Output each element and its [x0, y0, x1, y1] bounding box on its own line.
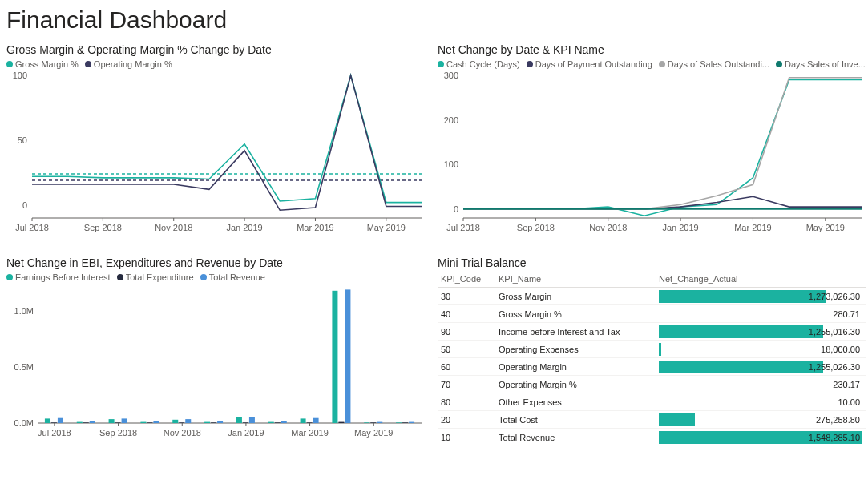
chart-ebi[interactable]: 0.0M0.5M1.0MJul 2018Sep 2018Nov 2018Jan … [6, 285, 426, 449]
mini-trial-balance-table[interactable]: KPI_Code KPI_Name Net_Change_Actual 30Gr… [438, 272, 866, 446]
legend-label: Total Revenue [209, 272, 265, 282]
svg-text:100: 100 [444, 159, 458, 169]
svg-rect-48 [140, 422, 146, 423]
cell-kpi-name: Operating Margin % [495, 376, 656, 393]
legend-item[interactable]: Days Sales of Inve... [776, 59, 866, 69]
svg-text:0.0M: 0.0M [14, 418, 34, 428]
cell-kpi-name: Operating Expenses [495, 341, 656, 358]
panel-title: Mini Trial Balance [438, 256, 866, 269]
svg-rect-61 [275, 422, 281, 423]
legend-label: Operating Margin % [94, 59, 172, 69]
svg-rect-72 [396, 422, 402, 423]
cell-kpi-name: Operating Margin [495, 358, 656, 376]
cell-net-change: 1,255,016.30 [656, 323, 866, 341]
cell-kpi-name: Other Expenses [495, 393, 656, 411]
legend-swatch [659, 61, 665, 67]
table-row[interactable]: 90Income before Interest and Tax1,255,01… [438, 323, 866, 341]
svg-rect-69 [364, 422, 369, 423]
col-kpi-code[interactable]: KPI_Code [438, 272, 495, 288]
chart-net-change-kpi[interactable]: 0100200300Jul 2018Sep 2018Nov 2018Jan 20… [438, 72, 866, 244]
table-row[interactable]: 30Gross Margin1,273,026.30 [438, 288, 866, 305]
cell-kpi-code: 60 [438, 358, 495, 376]
legend-item[interactable]: Gross Margin % [6, 59, 79, 69]
cell-net-change: 230.17 [656, 376, 866, 393]
col-kpi-name[interactable]: KPI_Name [495, 272, 656, 288]
col-net-change[interactable]: Net_Change_Actual [656, 272, 866, 288]
cell-kpi-name: Income before Interest and Tax [495, 323, 656, 341]
svg-text:Nov 2018: Nov 2018 [589, 223, 627, 232]
svg-rect-66 [332, 291, 337, 423]
svg-text:300: 300 [444, 72, 458, 80]
table-row[interactable]: 20Total Cost275,258.80 [438, 411, 866, 429]
svg-text:Sep 2018: Sep 2018 [517, 223, 555, 232]
svg-text:100: 100 [13, 72, 27, 80]
cell-kpi-code: 40 [438, 305, 495, 323]
cell-kpi-code: 10 [438, 429, 495, 446]
svg-rect-63 [301, 418, 306, 423]
table-row[interactable]: 60Operating Margin1,255,026.30 [438, 358, 866, 376]
svg-text:Nov 2018: Nov 2018 [164, 428, 201, 438]
panel-title: Gross Margin & Operating Margin % Change… [6, 43, 426, 56]
svg-rect-62 [281, 421, 287, 423]
legend-label: Days of Payment Outstanding [535, 59, 652, 69]
legend-swatch [776, 61, 782, 67]
svg-rect-60 [268, 422, 274, 423]
svg-rect-50 [153, 421, 159, 423]
svg-rect-70 [370, 422, 376, 423]
svg-rect-46 [115, 422, 121, 423]
cell-kpi-name: Total Cost [495, 411, 656, 429]
svg-text:Mar 2019: Mar 2019 [734, 223, 771, 232]
svg-text:May 2019: May 2019 [367, 223, 406, 232]
svg-text:Jan 2019: Jan 2019 [228, 428, 264, 438]
svg-rect-73 [402, 422, 408, 423]
panel-title: Net Change in EBI, Expenditures and Reve… [6, 256, 426, 269]
svg-text:Jul 2018: Jul 2018 [15, 223, 49, 232]
svg-rect-68 [345, 289, 350, 423]
legend-swatch [117, 274, 123, 280]
cell-kpi-name: Gross Margin [495, 288, 656, 305]
legend: Cash Cycle (Days)Days of Payment Outstan… [438, 59, 866, 69]
legend-item[interactable]: Total Revenue [200, 272, 265, 282]
svg-rect-51 [172, 420, 178, 423]
svg-rect-59 [249, 417, 255, 423]
legend-swatch [527, 61, 533, 67]
svg-rect-55 [211, 422, 216, 423]
chart-gross-margin[interactable]: 050100Jul 2018Sep 2018Nov 2018Jan 2019Ma… [6, 72, 426, 244]
svg-text:Mar 2019: Mar 2019 [297, 223, 333, 232]
svg-rect-40 [51, 422, 57, 423]
svg-rect-67 [338, 422, 344, 423]
cell-kpi-code: 70 [438, 376, 495, 393]
svg-rect-52 [179, 422, 184, 423]
legend-item[interactable]: Operating Margin % [85, 59, 172, 69]
legend-item[interactable]: Days of Payment Outstanding [527, 59, 652, 69]
svg-rect-71 [377, 422, 382, 423]
cell-kpi-name: Gross Margin % [495, 305, 656, 323]
cell-kpi-code: 20 [438, 411, 495, 429]
legend-label: Days Sales of Inve... [785, 59, 866, 69]
cell-net-change: 275,258.80 [656, 411, 866, 429]
table-row[interactable]: 70Operating Margin %230.17 [438, 376, 866, 393]
table-row[interactable]: 10Total Revenue1,548,285.10 [438, 429, 866, 446]
panel-ebi: Net Change in EBI, Expenditures and Reve… [6, 256, 426, 449]
table-row[interactable]: 50Operating Expenses18,000.00 [438, 341, 866, 358]
legend-item[interactable]: Days of Sales Outstandi... [659, 59, 769, 69]
legend-swatch [6, 61, 13, 67]
cell-net-change: 10.00 [656, 393, 866, 411]
svg-text:May 2019: May 2019 [806, 223, 845, 232]
svg-text:Jul 2018: Jul 2018 [38, 428, 71, 438]
legend-item[interactable]: Total Expenditure [117, 272, 194, 282]
legend-item[interactable]: Earnings Before Interest [6, 272, 111, 282]
legend-label: Gross Margin % [15, 59, 79, 69]
cell-net-change: 1,273,026.30 [656, 288, 866, 305]
legend-item[interactable]: Cash Cycle (Days) [438, 59, 520, 69]
svg-text:0.5M: 0.5M [14, 362, 34, 372]
table-row[interactable]: 80Other Expenses10.00 [438, 393, 866, 411]
legend-label: Earnings Before Interest [15, 272, 111, 282]
cell-kpi-code: 90 [438, 323, 495, 341]
table-row[interactable]: 40Gross Margin %280.71 [438, 305, 866, 323]
svg-rect-39 [45, 418, 50, 423]
svg-text:50: 50 [18, 135, 27, 145]
legend: Earnings Before InterestTotal Expenditur… [6, 272, 426, 282]
svg-rect-58 [243, 422, 248, 423]
svg-text:Nov 2018: Nov 2018 [155, 223, 192, 232]
